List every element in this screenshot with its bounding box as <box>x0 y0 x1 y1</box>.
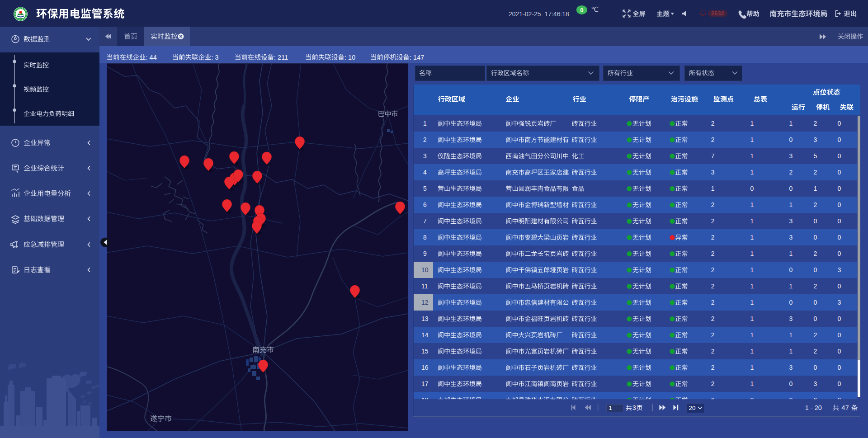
svg-text:3: 3 <box>789 364 793 371</box>
svg-text:2: 2 <box>814 120 817 127</box>
svg-text:1: 1 <box>750 250 754 257</box>
svg-text:0: 0 <box>838 348 841 355</box>
svg-text:1: 1 <box>750 136 754 143</box>
svg-text:16: 16 <box>421 364 429 371</box>
svg-text:147: 147 <box>413 54 424 61</box>
svg-text:0: 0 <box>838 185 841 192</box>
svg-text:5: 5 <box>423 185 427 192</box>
svg-text:0: 0 <box>750 396 754 404</box>
svg-text:1: 1 <box>750 315 754 322</box>
svg-text:2: 2 <box>711 364 715 371</box>
svg-text:2: 2 <box>711 201 715 208</box>
svg-text:20: 20 <box>689 405 696 411</box>
svg-text:3: 3 <box>423 152 427 160</box>
svg-text:0: 0 <box>838 380 841 387</box>
svg-text:9: 9 <box>423 250 427 257</box>
svg-text:1: 1 <box>609 405 612 411</box>
svg-text:18: 18 <box>421 396 429 404</box>
svg-text:2: 2 <box>711 217 715 225</box>
svg-text:3: 3 <box>215 54 219 61</box>
svg-text:1: 1 <box>750 331 754 339</box>
svg-text:0: 0 <box>838 120 841 127</box>
svg-text:5: 5 <box>814 152 817 160</box>
svg-text:0: 0 <box>838 396 841 404</box>
svg-text:3: 3 <box>789 217 793 225</box>
svg-text:3: 3 <box>814 380 817 387</box>
svg-text:2: 2 <box>711 266 715 273</box>
svg-text:2: 2 <box>711 348 715 355</box>
svg-text:1: 1 <box>750 299 754 306</box>
svg-text:17:46:18: 17:46:18 <box>544 10 569 18</box>
svg-text:6: 6 <box>423 201 427 208</box>
svg-text:0: 0 <box>838 250 841 257</box>
svg-text:1: 1 <box>750 120 754 127</box>
svg-text:2: 2 <box>711 299 715 306</box>
svg-text:2021-02-25: 2021-02-25 <box>509 10 541 18</box>
svg-text:0: 0 <box>789 136 793 143</box>
svg-text:4: 4 <box>423 169 427 176</box>
svg-text:0: 0 <box>750 185 754 192</box>
svg-text:12: 12 <box>421 299 429 306</box>
svg-text:3: 3 <box>632 404 637 411</box>
svg-text:0: 0 <box>789 266 793 273</box>
svg-text:0: 0 <box>789 380 793 387</box>
svg-text:211: 211 <box>278 54 288 61</box>
svg-text::: : <box>274 54 276 61</box>
svg-text:1: 1 <box>750 380 754 387</box>
svg-text:1: 1 <box>789 283 793 290</box>
svg-text:0: 0 <box>789 299 793 306</box>
svg-text:3: 3 <box>789 152 793 160</box>
svg-text:1: 1 <box>805 404 809 411</box>
svg-text:2: 2 <box>814 201 817 208</box>
svg-text:1: 1 <box>814 185 817 192</box>
svg-text:0: 0 <box>814 217 817 225</box>
svg-text:1: 1 <box>789 201 793 208</box>
svg-text:1: 1 <box>750 283 754 290</box>
svg-text:3: 3 <box>814 136 817 143</box>
svg-text:1: 1 <box>711 185 715 192</box>
svg-text:2: 2 <box>711 234 715 241</box>
svg-text:6: 6 <box>711 396 715 404</box>
svg-text:1: 1 <box>789 348 793 355</box>
svg-text:6: 6 <box>814 396 817 404</box>
svg-text:2: 2 <box>711 120 715 127</box>
svg-text:℃: ℃ <box>591 5 599 13</box>
svg-text:0: 0 <box>580 7 583 14</box>
svg-text:0: 0 <box>838 217 841 225</box>
svg-text:1: 1 <box>750 266 754 273</box>
svg-text:3: 3 <box>789 234 793 241</box>
svg-text:7: 7 <box>711 152 715 160</box>
svg-text:2: 2 <box>789 169 793 176</box>
svg-text:0: 0 <box>838 315 841 322</box>
svg-text:1: 1 <box>750 217 754 225</box>
svg-text:0: 0 <box>814 266 817 273</box>
svg-text:0: 0 <box>838 136 841 143</box>
svg-text:2: 2 <box>814 331 817 339</box>
svg-text:1: 1 <box>789 250 793 257</box>
svg-text:2: 2 <box>814 283 817 290</box>
svg-text:1: 1 <box>750 234 754 241</box>
svg-text:3: 3 <box>838 299 841 306</box>
svg-text:0: 0 <box>838 201 841 208</box>
svg-text:3: 3 <box>711 169 715 176</box>
svg-text:14: 14 <box>421 331 429 339</box>
svg-text:7: 7 <box>423 217 427 225</box>
svg-text:2: 2 <box>814 250 817 257</box>
svg-text:3: 3 <box>789 315 793 322</box>
svg-text:0: 0 <box>838 283 841 290</box>
svg-text:0: 0 <box>814 234 817 241</box>
svg-text:10: 10 <box>348 54 355 61</box>
svg-text::: : <box>212 54 213 61</box>
svg-text:15: 15 <box>421 348 429 355</box>
svg-text:1: 1 <box>750 348 754 355</box>
svg-text:1: 1 <box>750 364 754 371</box>
svg-text:2: 2 <box>711 136 715 143</box>
svg-text:2: 2 <box>814 348 817 355</box>
svg-text:2: 2 <box>814 169 817 176</box>
svg-text:47: 47 <box>841 404 849 411</box>
svg-text:2: 2 <box>711 283 715 290</box>
svg-text::: : <box>344 54 346 61</box>
svg-text:0: 0 <box>789 185 793 192</box>
svg-text:0: 0 <box>838 364 841 371</box>
svg-text:11: 11 <box>421 283 428 290</box>
